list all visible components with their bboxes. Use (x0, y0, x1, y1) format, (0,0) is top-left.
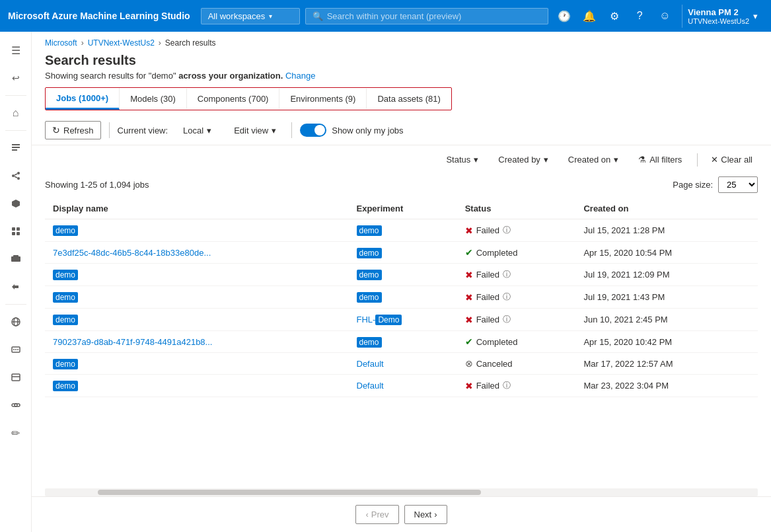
help-icon[interactable]: ? (629, 5, 650, 26)
job-link[interactable]: demo (53, 270, 78, 280)
sidebar-icon-pipeline[interactable] (3, 163, 29, 189)
status-badge-failed: ✖ Failed ⓘ (465, 380, 568, 391)
pagination: ‹ Prev Next › (32, 496, 771, 532)
col-status: Status (457, 198, 576, 219)
sidebar-icon-jobs[interactable] (3, 135, 29, 161)
svg-rect-0 (12, 144, 20, 145)
tab-components[interactable]: Components (700) (187, 89, 280, 109)
sidebar-icon-compute[interactable] (3, 336, 29, 363)
filter-icon: ⚗ (638, 155, 646, 165)
highlight-badge: demo (357, 270, 382, 280)
toggle-container: Show only my jobs (300, 124, 403, 137)
job-link[interactable]: demo (53, 225, 78, 235)
job-link[interactable]: demo (53, 315, 78, 324)
info-icon[interactable]: ⓘ (503, 380, 511, 391)
table-header: Display name Experiment Status Created o… (45, 198, 758, 219)
change-link[interactable]: Change (285, 71, 316, 81)
sidebar-icon-back[interactable]: ↩ (3, 65, 29, 91)
current-view-dropdown[interactable]: Local ▾ (176, 122, 219, 139)
sidebar-icon-endpoints[interactable] (3, 274, 29, 300)
prev-button[interactable]: ‹ Prev (355, 505, 398, 524)
status-text: Canceled (476, 359, 513, 369)
failed-icon: ✖ (465, 225, 473, 236)
cell-display-name: 790237a9-d8ab-471f-9748-4491a421b8... (45, 331, 349, 353)
workspace-selector[interactable]: All workspaces ▾ (201, 8, 300, 24)
table-row: 790237a9-d8ab-471f-9748-4491a421b8... de… (45, 331, 758, 353)
show-my-jobs-toggle[interactable] (300, 124, 326, 137)
created-on-filter[interactable]: Created on ▾ (561, 151, 626, 169)
cell-display-name: demo (45, 264, 349, 286)
info-icon[interactable]: ⓘ (503, 225, 511, 236)
tab-jobs[interactable]: Jobs (1000+) (46, 88, 120, 110)
experiment-link[interactable]: Default (357, 359, 384, 369)
breadcrumb: Microsoft › UTVNext-WestUs2 › Search res… (32, 32, 771, 52)
experiment-link[interactable]: Default (357, 381, 384, 391)
clear-all-button[interactable]: ✕ Clear all (706, 151, 758, 168)
completed-icon: ✔ (465, 247, 473, 258)
highlight-badge: demo (357, 225, 382, 236)
breadcrumb-current: Search results (165, 38, 216, 48)
user-menu[interactable]: Vienna PM 2 UTVNext-WestUs2 ▾ (682, 5, 763, 28)
sidebar-icon-models[interactable] (3, 246, 29, 272)
notifications-icon[interactable]: 🔔 (579, 5, 600, 26)
job-link[interactable]: 7e3df25c-48dc-46b5-8c44-18b33e80de... (53, 248, 211, 258)
edit-view-chevron-icon: ▾ (272, 126, 276, 135)
all-filters-button[interactable]: ⚗ All filters (631, 151, 689, 169)
search-input[interactable] (327, 11, 542, 21)
sidebar-icon-linked[interactable] (3, 392, 29, 418)
created-by-filter[interactable]: Created by ▾ (491, 151, 556, 169)
next-button[interactable]: Next › (404, 505, 447, 524)
horizontal-scrollbar[interactable] (45, 488, 758, 496)
cell-status: ⊗ Canceled (457, 353, 576, 375)
sidebar-icon-components[interactable] (3, 190, 29, 217)
job-link[interactable]: demo (53, 359, 78, 369)
tab-models[interactable]: Models (30) (120, 89, 187, 109)
col-experiment: Experiment (349, 198, 457, 219)
cell-status: ✖ Failed ⓘ (457, 375, 576, 397)
svg-point-5 (17, 177, 20, 180)
experiment-link[interactable]: demo (357, 270, 382, 280)
experiment-link[interactable]: demo (357, 225, 382, 235)
sidebar-icon-data[interactable] (3, 218, 29, 245)
svg-line-7 (15, 176, 17, 178)
cell-created-on: Mar 17, 2022 12:57 AM (575, 353, 758, 375)
recent-icon[interactable]: 🕐 (554, 5, 575, 26)
info-icon[interactable]: ⓘ (503, 269, 511, 280)
job-link[interactable]: 790237a9-d8ab-471f-9748-4491a421b8... (53, 337, 212, 347)
sidebar-icon-home[interactable]: ⌂ (3, 100, 29, 126)
table-row: demo Default ⊗ Canceled Mar 17, 2022 12:… (45, 353, 758, 375)
search-bar[interactable]: 🔍 (305, 8, 549, 24)
cell-created-on: Apr 15, 2020 10:54 PM (575, 242, 758, 264)
info-icon[interactable]: ⓘ (503, 291, 511, 303)
results-info: Showing 1-25 of 1,094 jobs Page size: 25… (32, 174, 771, 198)
job-link[interactable]: demo (53, 381, 78, 391)
sidebar-icon-environments[interactable] (3, 309, 29, 335)
experiment-link[interactable]: demo (357, 248, 382, 258)
sidebar-icon-storage[interactable] (3, 364, 29, 391)
settings-icon[interactable]: ⚙ (604, 5, 625, 26)
refresh-button[interactable]: ↻ Refresh (45, 121, 101, 139)
sidebar-divider-1 (5, 95, 26, 96)
breadcrumb-microsoft[interactable]: Microsoft (45, 38, 77, 48)
cell-created-on: Jul 15, 2021 1:28 PM (575, 219, 758, 242)
job-link[interactable]: demo (53, 292, 78, 302)
feedback-icon[interactable]: ☺ (654, 5, 675, 26)
status-filter[interactable]: Status ▾ (439, 151, 486, 169)
page-size-select[interactable]: 25 50 100 (718, 176, 758, 193)
toolbar: ↻ Refresh Current view: Local ▾ Edit vie… (32, 118, 771, 145)
experiment-link[interactable]: FHL-Demo (357, 315, 402, 324)
experiment-link[interactable]: demo (357, 292, 382, 302)
edit-view-dropdown[interactable]: Edit view ▾ (227, 122, 283, 139)
topbar-icons: 🕐 🔔 ⚙ ? ☺ Vienna PM 2 UTVNext-WestUs2 ▾ (554, 5, 763, 28)
svg-line-6 (15, 174, 17, 175)
cell-experiment: demo (349, 219, 457, 242)
sidebar-icon-edit[interactable]: ✏ (3, 420, 29, 446)
tab-environments[interactable]: Environments (9) (279, 89, 367, 109)
breadcrumb-workspace[interactable]: UTVNext-WestUs2 (88, 38, 155, 48)
sidebar-icon-menu[interactable]: ☰ (3, 37, 29, 63)
tabs-container: Jobs (1000+) Models (30) Components (700… (32, 87, 771, 110)
tab-data-assets[interactable]: Data assets (81) (367, 89, 451, 109)
info-icon[interactable]: ⓘ (503, 314, 511, 325)
experiment-link[interactable]: demo (357, 337, 382, 347)
page-size-container: Page size: 25 50 100 (673, 176, 758, 193)
